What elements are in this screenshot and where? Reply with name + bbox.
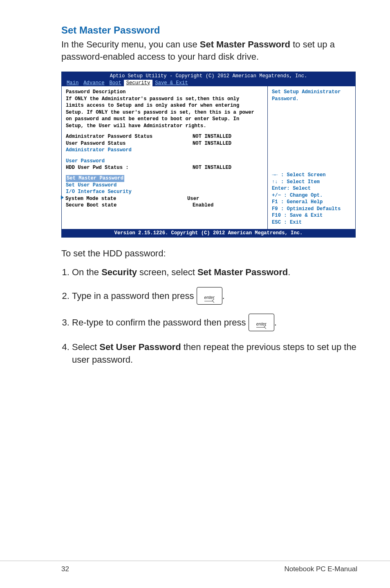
user-status-value: NOT INSTALLED [193,140,231,147]
help-general-help: F1 : General Help [272,199,323,205]
admin-status-label: Administrator Password Status [66,133,193,140]
step-1: On the Security screen, select Set Maste… [72,266,357,279]
s1-b2: Set Master Password [197,267,288,277]
sys-mode-label: System Mode state [65,195,187,202]
enter-key-label: enter [204,294,215,301]
s1-b1: Security [101,267,137,277]
bios-tabs: Main Advance Boot Security Save & Exit [64,80,353,86]
enter-key-icon-2: enter [249,314,274,331]
bios-screenshot: Aptio Setup Utility - Copyright (C) 2012… [61,72,356,238]
user-status-label: User Password Status [66,140,193,147]
secure-boot-value: Enabled [193,202,213,209]
bios-tab-main[interactable]: Main [64,80,81,86]
help-esc-exit: ESC : Exit [272,220,302,225]
help-select-item: ↑↓ : Select Item [272,179,320,185]
pw-desc-body: If ONLY the Administrator's password is … [66,96,254,129]
s1-a: On the [72,267,101,277]
bios-help-context: Set Setup Administrator Password. [272,89,341,101]
s1-c: screen, select [137,267,197,277]
set-user-password-link[interactable]: Set User Password [66,182,117,188]
bios-tab-save-exit[interactable]: Save & Exit [152,80,190,86]
enter-key-label-2: enter [256,321,267,328]
s1-d: . [288,267,290,277]
submenu-indicator-icon [61,195,64,200]
s2-text: Type in a password then press [72,291,197,301]
help-save-exit: F10 : Save & Exit [272,213,323,218]
admin-password-link[interactable]: Administrator Password [66,147,132,153]
step-2: Type in a password then press enter. [72,288,357,305]
bios-tab-advance[interactable]: Advance [81,80,107,86]
page-footer: 32 Notebook PC E-Manual [0,561,390,573]
intro-paragraph: In the Security menu, you can use Set Ma… [61,38,357,63]
secure-boot-label: Secure Boot state [66,202,193,209]
intro-text-1: In the Security menu, you can use [61,39,200,49]
admin-status-value: NOT INSTALLED [193,133,231,140]
bios-tab-security[interactable]: Security [124,80,153,86]
bios-header-bar: Aptio Setup Utility - Copyright (C) 2012… [62,72,355,86]
steps-list: On the Security screen, select Set Maste… [72,266,357,366]
help-select-screen: →← : Select Screen [272,172,326,178]
hdd-status-value: NOT INSTALLED [193,164,231,171]
hdd-password-lead: To set the HDD password: [61,248,357,259]
step-4: Select Set User Password then repeat the… [72,341,357,366]
help-enter-select: Enter: Select [272,186,311,191]
bios-footer: Version 2.15.1226. Copyright (C) 2012 Am… [114,230,303,236]
enter-key-icon: enter [197,287,222,305]
io-interface-security-link[interactable]: I/O Interface Security [66,189,132,195]
manual-name: Notebook PC E-Manual [284,565,357,573]
set-master-password-row[interactable]: Set Master Password [67,175,123,181]
s3-text: Re-type to confirm the password then pre… [72,317,249,328]
intro-bold: Set Master Password [200,39,290,49]
bios-tab-boot[interactable]: Boot [107,80,123,86]
pw-desc-label: Password Description [66,89,126,95]
bios-title: Aptio Setup Utility - Copyright (C) 2012… [64,73,353,79]
section-heading: Set Master Password [61,25,357,36]
hdd-status-label: HDD User Pwd Status : [66,164,193,171]
page-number: 32 [61,565,69,573]
s4-b: Set User Password [99,342,181,352]
help-change-opt: +/− : Change Opt. [272,193,323,198]
help-optimized-defaults: F9 : Optimized Defaults [272,206,341,212]
sys-mode-value: User [187,195,199,202]
s2-end: . [222,291,225,301]
step-3: Re-type to confirm the password then pre… [72,314,357,332]
s3-end: . [274,317,277,328]
s4-a: Select [72,342,99,352]
user-password-link[interactable]: User Password [66,158,105,164]
